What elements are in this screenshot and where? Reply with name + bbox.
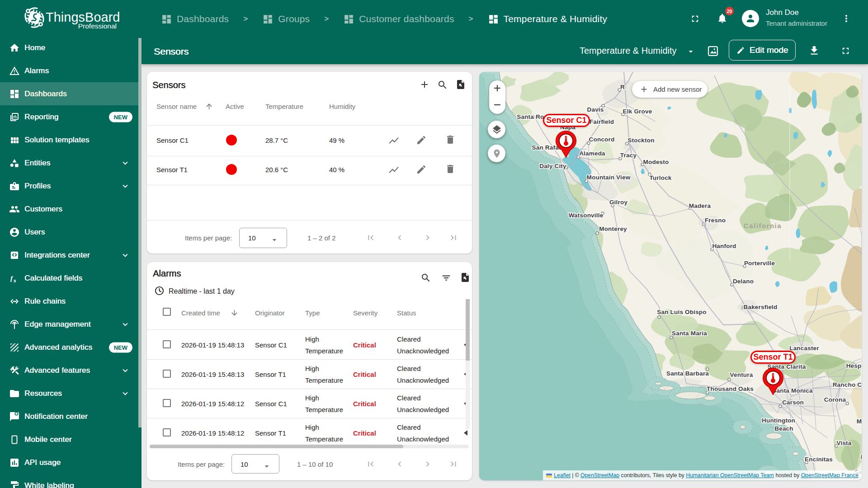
svg-text:Modesto: Modesto [643, 159, 669, 165]
svg-text:Turlock: Turlock [649, 174, 671, 181]
svg-text:Beach: Beach [774, 425, 793, 432]
svg-text:Corona: Corona [824, 396, 846, 403]
svg-text:Rancho Cucam: Rancho Cucam [833, 381, 862, 388]
svg-text:Gilroy: Gilroy [609, 199, 628, 206]
svg-text:Porterville: Porterville [744, 260, 775, 267]
svg-text:f: f [10, 275, 14, 282]
svg-text:Daly City: Daly City [539, 163, 566, 169]
svg-text:Bakersfield: Bakersfield [744, 304, 778, 310]
svg-text:Pow: Pow [861, 454, 862, 460]
svg-text:Monterey: Monterey [599, 225, 627, 232]
svg-text:Thousand Oaks: Thousand Oaks [707, 385, 754, 392]
svg-text:x: x [14, 278, 16, 283]
svg-text:Mountain View: Mountain View [587, 174, 631, 181]
svg-text:Concord: Concord [589, 136, 615, 143]
svg-text:Hanford: Hanford [712, 243, 736, 249]
svg-text:Davis: Davis [587, 106, 604, 113]
svg-text:Lancaster: Lancaster [789, 345, 819, 352]
svg-text:Santa Maria: Santa Maria [672, 330, 707, 337]
svg-text:Ventura: Ventura [730, 371, 753, 378]
svg-text:Fairfield: Fairfield [590, 118, 614, 125]
svg-text:Madera: Madera [689, 202, 711, 209]
svg-text:San Luis Obispo: San Luis Obispo [657, 309, 707, 315]
svg-text:R: R [620, 84, 625, 90]
svg-text:Tracy: Tracy [620, 152, 637, 159]
svg-text:Fresno: Fresno [705, 217, 726, 224]
svg-text:California: California [744, 222, 782, 230]
svg-text:Santa Barbara: Santa Barbara [666, 370, 709, 377]
svg-text:Watsonville: Watsonville [569, 212, 604, 219]
svg-text:Encinitas: Encinitas [805, 456, 833, 463]
svg-text:Alameda: Alameda [579, 150, 605, 157]
svg-text:Carson: Carson [782, 399, 804, 406]
svg-text:Murrie: Murrie [857, 418, 862, 425]
svg-text:Hesperia: Hesperia [846, 362, 862, 369]
svg-text:Huntington: Huntington [762, 417, 795, 424]
svg-text:Vista: Vista [836, 440, 851, 446]
svg-text:Stockton: Stockton [627, 137, 654, 144]
svg-text:Delano: Delano [733, 278, 754, 285]
svg-text:Elk Grove: Elk Grove [623, 108, 652, 115]
